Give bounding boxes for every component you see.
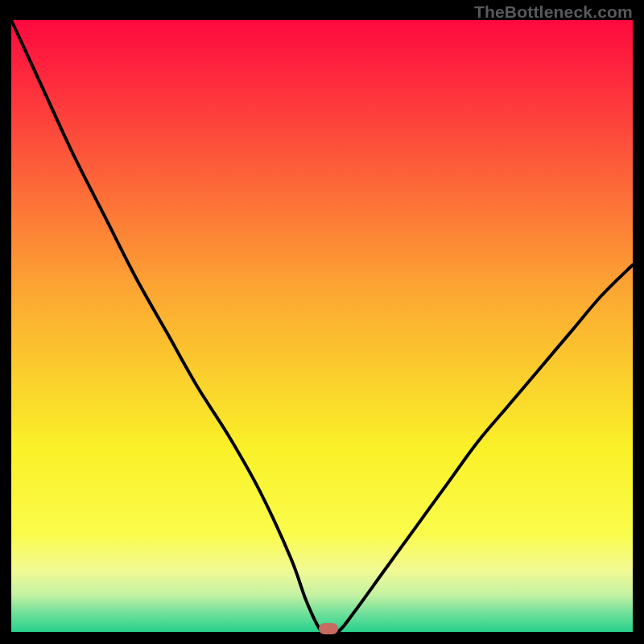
chart-frame (11, 20, 633, 642)
bottleneck-curve (11, 20, 633, 632)
watermark-text: TheBottleneck.com (474, 2, 633, 22)
optimum-marker (319, 623, 338, 634)
